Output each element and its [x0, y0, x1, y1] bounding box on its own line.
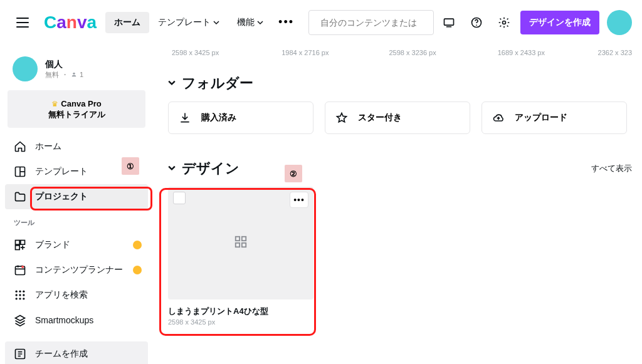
sidebar-item-brand[interactable]: ブランド	[5, 232, 148, 257]
team-icon	[14, 348, 26, 360]
nav-template-button[interactable]: テンプレート	[149, 12, 228, 33]
svg-point-24	[23, 294, 24, 296]
sidebar-item-label: アプリを検索	[35, 289, 88, 301]
folder-label: 購入済み	[201, 112, 236, 123]
sidebar-item-label: プロジェクト	[35, 191, 88, 202]
cloud-upload-icon	[491, 110, 506, 125]
svg-point-22	[16, 294, 18, 296]
folder-icon	[14, 190, 26, 203]
sidebar-item-project[interactable]: プロジェクト	[5, 184, 148, 209]
sidebar-item-apps[interactable]: アプリを検索	[5, 283, 148, 308]
search-box[interactable]	[308, 10, 434, 35]
design-thumbnail[interactable]: •••	[168, 187, 313, 299]
folder-uploads[interactable]: アップロード	[482, 101, 627, 134]
sidebar-item-label: ホーム	[35, 141, 61, 152]
sidebar-item-smartmockups[interactable]: Smartmockups	[5, 308, 148, 333]
profile-name: 個人	[45, 59, 83, 70]
svg-point-23	[19, 294, 21, 296]
tools-heading: ツール	[5, 209, 148, 231]
layers-icon	[14, 314, 26, 326]
template-icon	[14, 165, 26, 178]
sidebar: 個人 無料・ 1 ♛Canva Pro 無料トライアル ホーム テンプレート	[0, 45, 153, 364]
dimensions-row: 2598 x 3425 px 1984 x 2716 px 2598 x 323…	[168, 49, 632, 56]
svg-point-25	[16, 298, 18, 299]
design-card[interactable]: ••• しまうまプリントA4ひな型 2598 x 3425 px	[168, 187, 313, 326]
svg-rect-32	[242, 243, 246, 247]
download-icon	[177, 110, 192, 125]
person-icon	[71, 71, 77, 78]
gear-icon[interactable]	[492, 10, 517, 35]
home-icon	[14, 140, 26, 153]
create-design-button[interactable]: デザインを作成	[520, 11, 599, 34]
folders-section-head: フォルダー	[168, 74, 632, 93]
chevron-down-icon[interactable]	[168, 164, 176, 174]
svg-point-20	[19, 291, 21, 293]
present-icon[interactable]	[436, 10, 461, 35]
svg-point-18	[21, 266, 24, 268]
more-icon[interactable]: •••	[290, 192, 308, 208]
svg-point-6	[503, 21, 506, 24]
svg-rect-2	[445, 19, 454, 25]
sidebar-item-label: テンプレート	[35, 166, 88, 177]
annotation-callout-2: ②	[285, 165, 302, 182]
svg-rect-30	[242, 237, 246, 241]
search-input[interactable]	[320, 18, 430, 28]
nav-feature-label: 機能	[237, 17, 255, 28]
trial-subtitle: 無料トライアル	[14, 109, 139, 120]
design-meta: 2598 x 3425 px	[168, 318, 313, 326]
svg-rect-29	[236, 237, 239, 241]
folder-starred[interactable]: スター付き	[325, 101, 470, 134]
svg-point-26	[19, 298, 21, 299]
svg-rect-31	[236, 243, 239, 247]
sidebar-item-home[interactable]: ホーム	[5, 134, 148, 159]
chevron-down-icon	[257, 19, 263, 26]
svg-point-27	[23, 298, 24, 299]
svg-rect-11	[16, 241, 20, 245]
chevron-down-icon	[213, 19, 219, 26]
sidebar-item-label: チームを作成	[35, 348, 88, 360]
calendar-icon	[14, 264, 26, 276]
designs-heading: デザイン	[182, 159, 239, 178]
brand-icon	[14, 239, 26, 251]
profile-block[interactable]: 個人 無料・ 1	[5, 50, 148, 90]
folder-label: スター付き	[358, 112, 402, 123]
star-icon	[334, 110, 349, 125]
placeholder-grid-icon	[234, 235, 248, 251]
profile-meta: 無料・ 1	[45, 70, 83, 80]
view-all-link[interactable]: すべて表示	[591, 163, 632, 174]
svg-point-5	[476, 24, 477, 26]
main-content: 2598 x 3425 px 1984 x 2716 px 2598 x 323…	[153, 45, 642, 364]
help-icon[interactable]	[464, 10, 489, 35]
nav-template-label: テンプレート	[158, 17, 211, 28]
sidebar-item-create-team[interactable]: チームを作成	[5, 341, 148, 364]
profile-avatar	[13, 56, 38, 81]
user-avatar[interactable]	[607, 10, 632, 35]
sidebar-item-label: Smartmockups	[35, 315, 93, 325]
nav-more-icon[interactable]: •••	[272, 11, 300, 34]
crown-icon: ♛	[51, 100, 58, 108]
svg-point-21	[23, 291, 24, 293]
canva-logo[interactable]: Canva	[44, 13, 97, 33]
svg-point-7	[73, 73, 75, 75]
select-checkbox[interactable]	[173, 192, 186, 204]
top-header: Canva ホーム テンプレート 機能 ••• デザインを作成	[0, 0, 642, 45]
chevron-down-icon[interactable]	[168, 79, 176, 88]
svg-point-19	[16, 291, 18, 293]
sidebar-item-label: ブランド	[35, 239, 70, 251]
sidebar-item-label: コンテンツプランナー	[35, 264, 123, 276]
designs-section-head: デザイン すべて表示	[168, 159, 632, 178]
trial-card[interactable]: ♛Canva Pro 無料トライアル	[8, 90, 145, 128]
menu-icon[interactable]	[15, 15, 30, 30]
sidebar-item-planner[interactable]: コンテンツプランナー	[5, 257, 148, 283]
nav-home-button[interactable]: ホーム	[105, 12, 149, 33]
trial-title: Canva Pro	[61, 99, 101, 108]
pro-badge-icon	[133, 241, 142, 249]
nav-feature-button[interactable]: 機能	[228, 12, 272, 33]
folder-label: アップロード	[515, 112, 567, 123]
svg-rect-13	[16, 246, 20, 250]
design-title: しまうまプリントA4ひな型	[168, 306, 313, 317]
svg-rect-12	[21, 241, 25, 245]
annotation-callout-1: ①	[122, 157, 139, 175]
folders-heading: フォルダー	[182, 74, 253, 93]
folder-purchased[interactable]: 購入済み	[168, 101, 313, 134]
